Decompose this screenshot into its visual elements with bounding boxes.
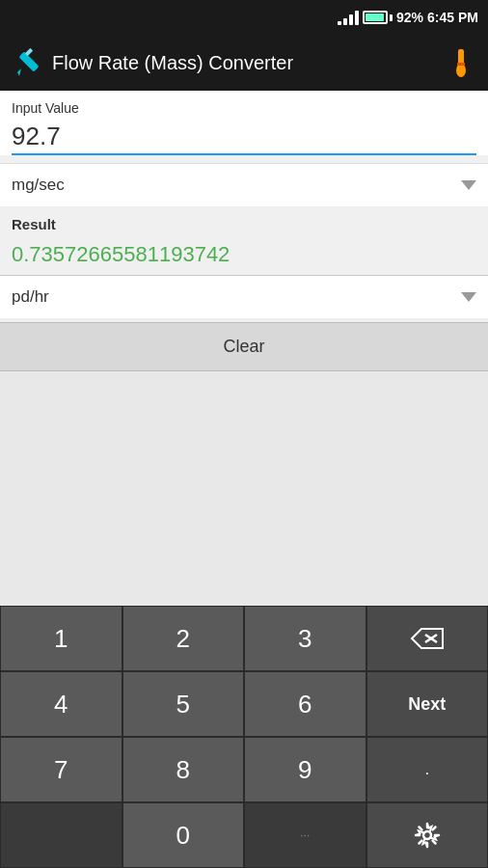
key-0[interactable]: 0 [122, 802, 245, 868]
clear-button[interactable]: Clear [0, 322, 488, 371]
key-6[interactable]: 6 [244, 671, 366, 737]
svg-line-14 [419, 827, 421, 830]
keyboard-row-3: 7 8 9 . [0, 737, 488, 802]
key-5[interactable]: 5 [122, 671, 245, 737]
svg-line-17 [432, 827, 435, 830]
keyboard: 1 2 3 4 5 6 Next 7 8 9 . 0 ··· [0, 606, 488, 868]
svg-rect-5 [457, 63, 465, 66]
main-content: Input Value mg/sec Result 0.735726655811… [0, 91, 488, 606]
svg-line-16 [419, 841, 421, 844]
unit-to-dropdown-arrow [461, 292, 476, 302]
keyboard-row-1: 1 2 3 [0, 606, 488, 671]
result-label: Result [12, 216, 476, 232]
pencil-icon [12, 47, 42, 78]
battery-icon [363, 11, 393, 24]
key-3[interactable]: 3 [244, 606, 366, 671]
result-value: 0.73572665581193742 [12, 238, 476, 271]
keyboard-row-2: 4 5 6 Next [0, 671, 488, 737]
status-bar: 92% 6:45 PM [0, 0, 488, 35]
battery-percent: 92% [396, 10, 423, 25]
key-9[interactable]: 9 [244, 737, 366, 802]
input-section: Input Value [0, 91, 488, 155]
unit-to-label: pd/hr [12, 287, 49, 307]
signal-icon [338, 10, 359, 25]
spacer [0, 371, 488, 606]
keyboard-row-4: 0 ··· [0, 802, 488, 868]
svg-marker-6 [412, 629, 443, 648]
gear-icon [414, 822, 441, 849]
app-title: Flow Rate (Mass) Converter [52, 52, 436, 74]
status-icons: 92% 6:45 PM [338, 10, 478, 25]
key-backspace[interactable] [366, 606, 489, 671]
key-settings[interactable] [366, 802, 489, 868]
unit-from-selector[interactable]: mg/sec [0, 163, 488, 206]
unit-from-label: mg/sec [12, 176, 65, 195]
svg-line-15 [432, 841, 435, 844]
input-value-label: Input Value [12, 100, 476, 116]
svg-point-4 [456, 64, 466, 77]
app-bar: Flow Rate (Mass) Converter [0, 35, 488, 91]
key-empty-left [0, 802, 122, 868]
key-4[interactable]: 4 [0, 671, 122, 737]
unit-from-dropdown-arrow [461, 180, 476, 190]
result-section: Result 0.73572665581193742 [0, 206, 488, 275]
key-8[interactable]: 8 [122, 737, 245, 802]
key-next[interactable]: Next [366, 671, 489, 737]
key-2[interactable]: 2 [122, 606, 245, 671]
unit-to-selector[interactable]: pd/hr [0, 276, 488, 318]
input-field[interactable] [12, 120, 476, 155]
brush-icon[interactable] [446, 47, 476, 78]
svg-marker-1 [17, 68, 21, 76]
backspace-icon [410, 627, 445, 650]
key-7[interactable]: 7 [0, 737, 122, 802]
key-empty-right: ··· [244, 802, 366, 868]
key-1[interactable]: 1 [0, 606, 122, 671]
svg-point-9 [423, 831, 431, 839]
key-decimal[interactable]: . [366, 737, 489, 802]
time-display: 6:45 PM [427, 10, 478, 25]
